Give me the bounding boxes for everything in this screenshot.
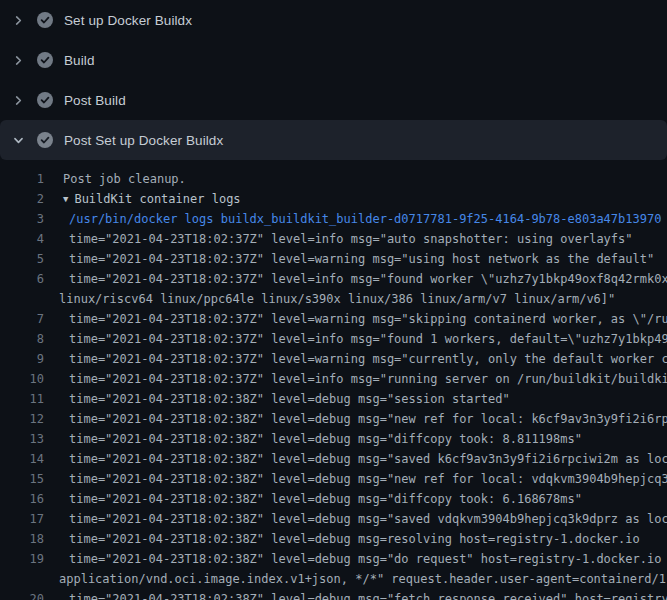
line-number[interactable]: 2 (0, 189, 44, 209)
line-number (0, 289, 44, 309)
log-text: time="2021-04-23T18:02:37Z" level=info m… (59, 369, 667, 389)
line-number[interactable]: 17 (0, 509, 44, 529)
log-text: time="2021-04-23T18:02:38Z" level=debug … (59, 409, 667, 429)
line-number[interactable]: 16 (0, 489, 44, 509)
line-number[interactable]: 11 (0, 389, 44, 409)
log-row: 8time="2021-04-23T18:02:37Z" level=info … (0, 329, 667, 349)
chevron-right-icon (11, 53, 26, 68)
log-command-text: /usr/bin/docker logs buildx_buildkit_bui… (59, 209, 661, 229)
log-text: time="2021-04-23T18:02:38Z" level=debug … (59, 449, 667, 469)
line-number[interactable]: 4 (0, 229, 44, 249)
log-row: 16time="2021-04-23T18:02:38Z" level=debu… (0, 489, 667, 509)
log-text: time="2021-04-23T18:02:37Z" level=info m… (59, 329, 667, 349)
line-number[interactable]: 3 (0, 209, 44, 229)
log-text: time="2021-04-23T18:02:38Z" level=debug … (59, 469, 667, 489)
line-number[interactable]: 15 (0, 469, 44, 489)
chevron-right-icon (11, 13, 26, 28)
log-text: time="2021-04-23T18:02:38Z" level=debug … (59, 429, 582, 449)
log-text: time="2021-04-23T18:02:38Z" level=debug … (59, 549, 667, 569)
line-number[interactable]: 7 (0, 309, 44, 329)
log-row: 18time="2021-04-23T18:02:38Z" level=debu… (0, 529, 667, 549)
line-number[interactable]: 19 (0, 549, 44, 569)
log-row: application/vnd.oci.image.index.v1+json,… (0, 569, 667, 589)
line-number[interactable]: 5 (0, 249, 44, 269)
success-check-icon (37, 132, 53, 148)
log-row: 5time="2021-04-23T18:02:37Z" level=warni… (0, 249, 667, 269)
log-text: time="2021-04-23T18:02:37Z" level=info m… (59, 269, 667, 289)
line-number[interactable]: 18 (0, 529, 44, 549)
log-row: 13time="2021-04-23T18:02:38Z" level=debu… (0, 429, 667, 449)
log-viewer: 1Post job cleanup.2▼BuildKit container l… (0, 160, 667, 600)
line-number[interactable]: 9 (0, 349, 44, 369)
log-text: time="2021-04-23T18:02:37Z" level=warnin… (59, 349, 667, 369)
log-text: application/vnd.oci.image.index.v1+json,… (59, 569, 667, 589)
step-row-post-build[interactable]: Post Build (0, 80, 667, 120)
log-text: linux/riscv64 linux/ppc64le linux/s390x … (59, 289, 615, 309)
log-text: Post job cleanup. (59, 169, 186, 189)
log-row: 17time="2021-04-23T18:02:38Z" level=debu… (0, 509, 667, 529)
log-group-row: 2▼BuildKit container logs (0, 189, 667, 209)
chevron-down-icon (11, 133, 26, 148)
line-number[interactable]: 8 (0, 329, 44, 349)
step-row-setup-docker-buildx[interactable]: Set up Docker Buildx (0, 0, 667, 40)
group-title: BuildKit container logs (74, 192, 240, 206)
log-row: 3/usr/bin/docker logs buildx_buildkit_bu… (0, 209, 667, 229)
log-text: time="2021-04-23T18:02:37Z" level=warnin… (59, 249, 654, 269)
step-label: Post Set up Docker Buildx (64, 133, 223, 148)
log-text: time="2021-04-23T18:02:37Z" level=info m… (59, 229, 633, 249)
line-number[interactable]: 6 (0, 269, 44, 289)
log-row: 15time="2021-04-23T18:02:38Z" level=debu… (0, 469, 667, 489)
log-row: 14time="2021-04-23T18:02:38Z" level=debu… (0, 449, 667, 469)
line-number[interactable]: 10 (0, 369, 44, 389)
log-text: time="2021-04-23T18:02:38Z" level=debug … (59, 589, 667, 600)
step-row-build[interactable]: Build (0, 40, 667, 80)
line-number (0, 569, 44, 589)
success-check-icon (37, 92, 53, 108)
chevron-right-icon (11, 93, 26, 108)
log-row: 4time="2021-04-23T18:02:37Z" level=info … (0, 229, 667, 249)
log-row: 6time="2021-04-23T18:02:37Z" level=info … (0, 269, 667, 289)
log-text: time="2021-04-23T18:02:38Z" level=debug … (59, 489, 582, 509)
actions-log-pane: Set up Docker Buildx Build Post Build (0, 0, 667, 600)
log-row: 9time="2021-04-23T18:02:37Z" level=warni… (0, 349, 667, 369)
log-row: linux/riscv64 linux/ppc64le linux/s390x … (0, 289, 667, 309)
log-row: 19time="2021-04-23T18:02:38Z" level=debu… (0, 549, 667, 569)
line-number[interactable]: 13 (0, 429, 44, 449)
log-row: 12time="2021-04-23T18:02:38Z" level=debu… (0, 409, 667, 429)
step-label: Build (64, 53, 95, 68)
log-row: 11time="2021-04-23T18:02:38Z" level=debu… (0, 389, 667, 409)
log-text: time="2021-04-23T18:02:38Z" level=debug … (59, 389, 510, 409)
line-number[interactable]: 1 (0, 169, 44, 189)
step-label: Post Build (64, 93, 126, 108)
step-label: Set up Docker Buildx (64, 13, 192, 28)
log-row: 20time="2021-04-23T18:02:38Z" level=debu… (0, 589, 667, 600)
log-text: time="2021-04-23T18:02:38Z" level=debug … (59, 509, 667, 529)
log-row: 7time="2021-04-23T18:02:37Z" level=warni… (0, 309, 667, 329)
step-list: Set up Docker Buildx Build Post Build (0, 0, 667, 160)
line-number[interactable]: 20 (0, 589, 44, 600)
line-number[interactable]: 12 (0, 409, 44, 429)
log-row: 10time="2021-04-23T18:02:37Z" level=info… (0, 369, 667, 389)
log-text[interactable]: ▼BuildKit container logs (59, 189, 241, 209)
log-text: time="2021-04-23T18:02:37Z" level=warnin… (59, 309, 667, 329)
success-check-icon (37, 12, 53, 28)
log-text: time="2021-04-23T18:02:38Z" level=debug … (59, 529, 640, 549)
group-collapse-caret-icon[interactable]: ▼ (63, 189, 68, 209)
line-number[interactable]: 14 (0, 449, 44, 469)
step-row-post-setup-docker-buildx[interactable]: Post Set up Docker Buildx (0, 120, 667, 160)
success-check-icon (37, 52, 53, 68)
log-row: 1Post job cleanup. (0, 169, 667, 189)
